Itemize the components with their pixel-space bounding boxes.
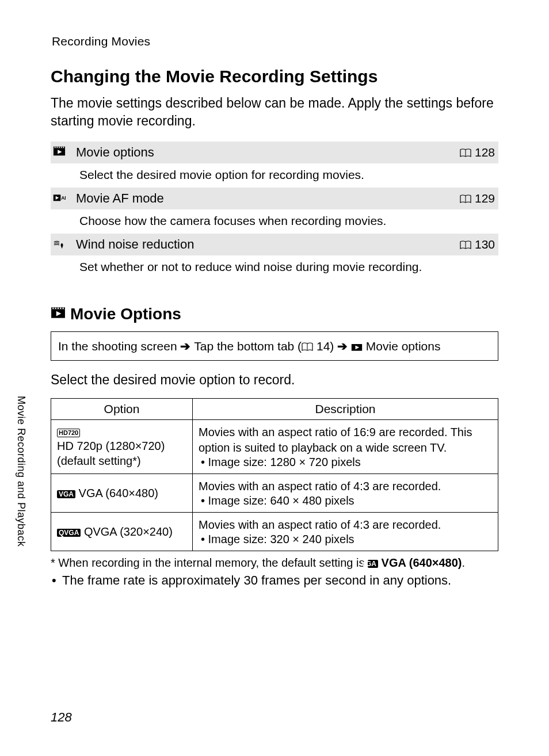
setting-page-ref: 128 <box>443 146 495 159</box>
svg-rect-18 <box>52 308 54 309</box>
svg-rect-2 <box>55 147 56 148</box>
setting-page-ref: 130 <box>443 238 495 251</box>
intro-text: The movie settings described below can b… <box>51 94 498 130</box>
option-label: HD 720p (1280×720)(default setting*) <box>57 438 165 468</box>
footnote: * When recording in the internal memory,… <box>51 555 498 571</box>
arrow-icon: ➔ <box>180 339 194 353</box>
setting-title: Movie options <box>76 145 443 160</box>
svg-rect-22 <box>63 308 64 309</box>
settings-list: Movie options 128 Select the desired mov… <box>51 142 498 280</box>
setting-desc: Select the desired movie option for reco… <box>51 163 498 188</box>
setting-row-wind-noise: Wind noise reduction 130 <box>51 234 498 255</box>
svg-rect-3 <box>56 147 58 148</box>
hd720-badge-icon: HD720 <box>57 429 80 437</box>
note-bullet: The frame rate is approximately 30 frame… <box>51 573 498 588</box>
sub-heading: Movie Options <box>51 305 498 323</box>
svg-rect-5 <box>61 147 62 148</box>
section-header: Recording Movies <box>52 35 498 48</box>
setting-desc: Choose how the camera focuses when recor… <box>51 209 498 234</box>
svg-rect-14 <box>62 247 63 248</box>
option-cell: VGA VGA (640×480) <box>51 474 193 513</box>
table-row: HD720 HD 720p (1280×720)(default setting… <box>51 420 498 474</box>
svg-rect-6 <box>63 147 64 148</box>
svg-rect-21 <box>60 308 61 309</box>
setting-title: Movie AF mode <box>76 191 443 206</box>
movie-icon <box>51 305 66 323</box>
wind-noise-icon <box>53 238 76 251</box>
svg-rect-20 <box>58 308 59 309</box>
description-cell: Movies with an aspect ratio of 4:3 are r… <box>193 474 498 513</box>
navigation-path: In the shooting screen ➔ Tap the bottom … <box>51 331 498 361</box>
side-tab: Movie Recording and Playback <box>13 390 29 557</box>
vga-badge-icon: VGA <box>57 490 75 498</box>
description-cell: Movies with an aspect ratio of 4:3 are r… <box>193 513 498 551</box>
svg-rect-19 <box>55 308 56 309</box>
page-number: 128 <box>51 710 72 725</box>
svg-text:AF: AF <box>61 195 66 201</box>
svg-rect-13 <box>61 243 63 247</box>
qvga-badge-icon: QVGA <box>57 529 81 537</box>
movie-af-icon: AF <box>53 192 76 205</box>
setting-row-movie-options: Movie options 128 <box>51 142 498 163</box>
table-row: QVGA QVGA (320×240)Movies with an aspect… <box>51 513 498 551</box>
option-cell: HD720 HD 720p (1280×720)(default setting… <box>51 420 193 474</box>
option-label: QVGA (320×240) <box>84 524 173 539</box>
setting-row-af-mode: AF Movie AF mode 129 <box>51 188 498 209</box>
movie-icon <box>351 339 363 353</box>
svg-rect-4 <box>59 147 60 148</box>
options-table: Option Description HD720 HD 720p (1280×7… <box>51 398 498 551</box>
arrow-icon: ➔ <box>337 339 351 353</box>
setting-desc: Set whether or not to reduce wind noise … <box>51 255 498 280</box>
table-row: VGA VGA (640×480)Movies with an aspect r… <box>51 474 498 513</box>
description-cell: Movies with an aspect ratio of 16:9 are … <box>193 420 498 474</box>
option-cell: QVGA QVGA (320×240) <box>51 513 193 551</box>
page-title: Changing the Movie Recording Settings <box>51 67 498 86</box>
option-label: VGA (640×480) <box>79 486 158 501</box>
col-header-desc: Description <box>193 399 498 420</box>
col-header-option: Option <box>51 399 193 420</box>
movie-icon <box>53 146 76 159</box>
vga-badge-icon: VGA <box>368 560 378 568</box>
setting-page-ref: 129 <box>443 192 495 205</box>
lead-text: Select the desired movie option to recor… <box>51 372 498 388</box>
manual-page: Recording Movies Changing the Movie Reco… <box>0 0 549 756</box>
setting-title: Wind noise reduction <box>76 237 443 252</box>
